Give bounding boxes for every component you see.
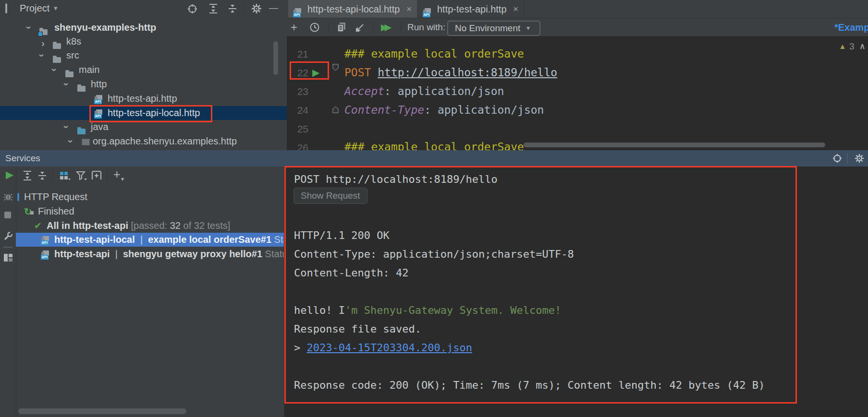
stop-icon[interactable]: [4, 212, 11, 218]
services-row-finished[interactable]: ↻ Finished: [16, 204, 284, 218]
locate-icon[interactable]: [832, 154, 842, 163]
tree-item-label[interactable]: http-test-api-local.http: [108, 106, 200, 120]
environment-select[interactable]: No Environment ▾: [447, 21, 540, 36]
warning-count[interactable]: 3: [849, 41, 855, 52]
tree-item-label[interactable]: k8s: [66, 35, 81, 48]
run-all-requests-icon[interactable]: ▶▶: [381, 22, 388, 33]
chevron-down-icon[interactable]: ›: [36, 54, 49, 57]
wrench-icon[interactable]: [3, 231, 13, 241]
passed-prefix: [passed:: [128, 220, 170, 231]
code-line-21[interactable]: ### example local orderSave: [344, 45, 524, 63]
tab-label[interactable]: http-test-api.http: [437, 0, 507, 18]
code-line-24[interactable]: Content-Type: application/json: [344, 101, 544, 119]
copy-icon[interactable]: [337, 22, 346, 33]
chevron-down-icon[interactable]: ›: [48, 68, 62, 71]
folder-icon: [65, 71, 73, 77]
separator: :: [424, 104, 438, 116]
response-summary-line: Response code: 200 (OK); Time: 7ms (7 ms…: [294, 376, 765, 394]
tree-row-http-test-api[interactable]: API http-test-api.http: [0, 92, 287, 106]
close-icon[interactable]: ×: [513, 0, 518, 18]
response-body-line: hello! I'm Shenyu-Gateway System. Welcom…: [294, 301, 561, 320]
chevron-down-icon[interactable]: ›: [60, 125, 74, 129]
tab-label[interactable]: http-test-api-local.http: [307, 0, 400, 18]
chevron-down-icon[interactable]: ›: [60, 83, 74, 86]
add-request-icon[interactable]: +: [291, 21, 297, 34]
api-file-icon: API: [94, 95, 103, 104]
tree-row-http-test-api-local-selected[interactable]: API http-test-api-local.http: [0, 106, 287, 120]
locate-file-icon[interactable]: [187, 4, 197, 14]
services-hscrollbar-thumb[interactable]: [18, 408, 186, 414]
chevron-right-icon[interactable]: ›: [41, 36, 45, 50]
hide-panel-icon[interactable]: —: [269, 2, 278, 13]
project-scrollbar-thumb[interactable]: [273, 41, 278, 75]
run-configuration-name[interactable]: *Exampl: [834, 22, 868, 33]
add-service-dropdown-icon[interactable]: ▾: [121, 176, 124, 182]
code-line-22[interactable]: POST http://localhost:8189/hello: [344, 63, 557, 82]
tree-item-label[interactable]: http-test-api.http: [108, 92, 177, 106]
services-row-http-request[interactable]: HTTP Request: [16, 190, 284, 204]
response-request-line: POST http://localhost:8189/hello: [294, 170, 498, 189]
tree-row-java[interactable]: › java: [0, 120, 287, 134]
request-url[interactable]: http://localhost:8189/hello: [378, 66, 557, 79]
response-file-link[interactable]: 2023-04-15T203304.200.json: [307, 342, 472, 354]
tree-row-package[interactable]: › org.apache.shenyu.examples.http: [0, 134, 287, 148]
services-row-request-local-selected[interactable]: API http-test-api-local | example local …: [16, 233, 284, 247]
tree-item-label[interactable]: org.apache.shenyu.examples.http: [93, 134, 237, 148]
tree-item-label[interactable]: main: [79, 63, 99, 77]
expand-all-icon[interactable]: [23, 170, 32, 181]
chevron-down-icon[interactable]: ›: [23, 26, 37, 29]
services-settings-gear-icon[interactable]: [855, 154, 864, 163]
separator: |: [135, 234, 148, 245]
run-icon[interactable]: ▶: [6, 169, 13, 180]
open-log-icon[interactable]: [355, 22, 366, 33]
http-comment: ### example local orderSave: [344, 48, 524, 60]
run-request-gutter-icon[interactable]: ▶: [312, 65, 319, 80]
service-label[interactable]: HTTP Request: [24, 190, 87, 204]
group-by-icon[interactable]: [60, 171, 71, 181]
run-status-label[interactable]: Finished: [38, 204, 74, 218]
tab-http-test-api-local[interactable]: API http-test-api-local.http ×: [288, 0, 417, 18]
history-clock-icon[interactable]: [309, 22, 320, 33]
services-header-bar[interactable]: Services: [0, 150, 868, 167]
previews-icon[interactable]: [91, 170, 103, 181]
close-icon[interactable]: ×: [406, 0, 412, 18]
code-line-26[interactable]: ### example local orderSave: [344, 138, 524, 150]
expand-all-icon[interactable]: [208, 3, 218, 14]
chevron-down-icon[interactable]: ›: [64, 140, 78, 143]
prev-inspection-caret-icon[interactable]: ∧: [859, 41, 865, 51]
tree-item-label[interactable]: shenyu-examples-http: [54, 21, 156, 35]
tree-row-src[interactable]: › src: [0, 48, 287, 62]
tree-item-label[interactable]: http: [91, 77, 107, 91]
filter-icon[interactable]: [76, 171, 87, 181]
debug-bug-icon[interactable]: [3, 192, 13, 202]
layout-grid-icon[interactable]: [3, 253, 13, 262]
link-prefix: >: [294, 342, 307, 354]
services-row-all-tests[interactable]: ✔ All in http-test-api [passed: 32 of 32…: [16, 219, 284, 233]
add-service-icon[interactable]: +: [113, 167, 121, 181]
tree-item-label[interactable]: java: [91, 120, 109, 134]
code-line-23[interactable]: Accept: application/json: [344, 82, 504, 101]
request-result-label[interactable]: http-test-api-local | example local orde…: [54, 233, 284, 247]
tree-row-main[interactable]: › main: [0, 63, 287, 77]
toolbar-divider: [244, 3, 245, 14]
tree-row-http[interactable]: › http: [0, 77, 287, 91]
project-settings-gear-icon[interactable]: [251, 3, 262, 14]
tab-http-test-api[interactable]: API http-test-api.http ×: [417, 0, 524, 18]
tree-row-project-root[interactable]: › shenyu-examples-http: [0, 21, 287, 35]
splitter[interactable]: [284, 167, 284, 417]
test-suite-label[interactable]: All in http-test-api [passed: 32 of 32 t…: [47, 219, 230, 233]
show-request-button[interactable]: Show Request: [293, 188, 367, 204]
project-view-dropdown-icon[interactable]: ▾: [54, 4, 58, 12]
collapse-all-icon[interactable]: [228, 3, 237, 14]
collapse-all-icon[interactable]: [37, 170, 47, 181]
warning-triangle-icon[interactable]: ▲: [839, 42, 846, 51]
api-file-icon: API: [423, 8, 432, 17]
services-row-request-api[interactable]: API http-test-api | shengyu getway proxy…: [16, 247, 284, 261]
request-result-label[interactable]: http-test-api | shengyu getway proxy hel…: [54, 247, 284, 261]
tree-item-label[interactable]: src: [66, 48, 79, 62]
tree-row-k8s[interactable]: › k8s: [0, 35, 287, 48]
project-view-title[interactable]: Project: [20, 3, 49, 14]
editor-hscrollbar-thumb[interactable]: [524, 143, 825, 147]
status-text: Statu: [271, 234, 284, 245]
api-file-icon: API: [41, 236, 50, 245]
